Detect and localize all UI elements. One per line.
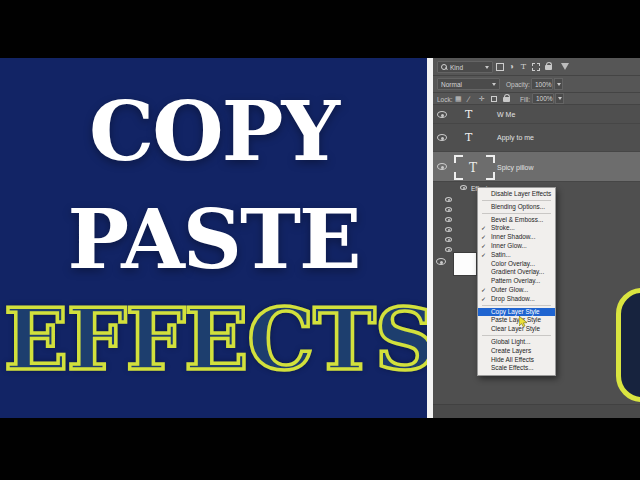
menu-item-inner-glow[interactable]: ✓Inner Glow... [478, 242, 555, 251]
title-card: COPY PASTE EFFECTS [0, 58, 427, 418]
lock-pixels-icon[interactable]: ∕ [468, 95, 469, 104]
effect-eye-icon[interactable] [445, 237, 452, 242]
check-icon: ✓ [481, 295, 486, 304]
layer-row-spicy-pillow-selected[interactable]: T Spicy pillow [433, 152, 640, 182]
white-layer-thumbnail[interactable] [453, 252, 477, 276]
effect-eye-icon[interactable] [445, 217, 452, 222]
pixel-filter-icon[interactable] [496, 63, 504, 71]
menu-item-color-overlay[interactable]: Color Overlay... [478, 260, 555, 269]
menu-item-paste-layer-style[interactable]: Paste Layer Style [478, 316, 555, 325]
menu-item-scale-effects[interactable]: Scale Effects... [478, 364, 555, 373]
bracket-corner-icon [454, 155, 463, 163]
chevron-down-icon [492, 83, 496, 86]
visibility-eye-icon[interactable] [437, 134, 447, 141]
layer-row-w-me[interactable]: T W Me [433, 105, 640, 124]
lock-fill-row: Lock: ▦ ∕ ✛ Fill: 100% [433, 93, 640, 105]
menu-separator [482, 200, 551, 201]
visibility-eye-icon[interactable] [436, 258, 446, 265]
lock-all-icon[interactable] [503, 97, 510, 102]
menu-item-bevel-emboss[interactable]: Bevel & Emboss... [478, 216, 555, 225]
lock-transparency-icon[interactable]: ▦ [455, 95, 462, 103]
shape-filter-icon[interactable] [532, 63, 540, 71]
blend-opacity-row: Normal Opacity: 100% [433, 76, 640, 93]
menu-item-disable-layer-effects[interactable]: Disable Layer Effects [478, 190, 555, 199]
layer-name[interactable]: Apply to me [497, 134, 534, 141]
menu-item-inner-shadow[interactable]: ✓Inner Shadow... [478, 233, 555, 242]
menu-item-gradient-overlay[interactable]: Gradient Overlay... [478, 268, 555, 277]
menu-item-create-layers[interactable]: Create Layers [478, 347, 555, 356]
chevron-down-icon [485, 66, 489, 69]
kind-filter-label: Kind [450, 64, 463, 71]
letterbox-bottom [0, 418, 640, 480]
kind-filter-dropdown[interactable]: Kind [437, 61, 493, 73]
mouse-cursor-icon [519, 313, 528, 324]
layer-name[interactable]: W Me [497, 111, 515, 118]
type-layer-thumbnail[interactable]: T [465, 108, 472, 121]
type-layer-thumbnail[interactable]: T [465, 131, 472, 144]
menu-item-pattern-overlay[interactable]: Pattern Overlay... [478, 277, 555, 286]
fill-label: Fill: [520, 96, 530, 103]
chevron-down-icon [558, 97, 562, 100]
menu-item-stroke[interactable]: ✓Stroke... [478, 224, 555, 233]
layer-name[interactable]: Spicy pillow [497, 164, 534, 171]
menu-item-outer-glow[interactable]: ✓Outer Glow... [478, 286, 555, 295]
panel-bottom-bar [433, 404, 640, 418]
bracket-corner-icon [486, 155, 495, 163]
visibility-eye-icon[interactable] [437, 163, 447, 170]
type-layer-thumbnail[interactable]: T [469, 161, 477, 175]
check-icon: ✓ [481, 224, 486, 233]
effect-eye-icon[interactable] [445, 207, 452, 212]
visibility-eye-icon[interactable] [460, 185, 467, 190]
opacity-dropdown-button[interactable] [554, 78, 563, 90]
menu-item-drop-shadow[interactable]: ✓Drop Shadow... [478, 295, 555, 304]
video-frame: COPY PASTE EFFECTS Kind ◑ T [0, 0, 640, 480]
title-line-copy: COPY [0, 90, 427, 172]
menu-item-copy-layer-style[interactable]: Copy Layer Style [478, 308, 555, 317]
title-line-effects: EFFECTS [4, 298, 423, 382]
effect-eye-icon[interactable] [445, 247, 452, 252]
check-icon: ✓ [481, 233, 486, 242]
opacity-label: Opacity: [506, 81, 530, 88]
bracket-corner-icon [454, 172, 463, 180]
effect-eye-icon[interactable] [445, 197, 452, 202]
lock-artboard-icon[interactable] [491, 96, 497, 102]
search-icon [441, 64, 447, 70]
blend-mode-dropdown[interactable]: Normal [437, 78, 500, 90]
check-icon: ✓ [481, 242, 486, 251]
adjustment-filter-icon[interactable]: ◑ [506, 62, 517, 72]
filter-toggle-icon[interactable] [561, 63, 569, 70]
menu-item-satin[interactable]: ✓Satin... [478, 251, 555, 260]
menu-separator [482, 305, 551, 306]
menu-item-clear-layer-style[interactable]: Clear Layer Style [478, 325, 555, 334]
fill-dropdown-button[interactable] [555, 93, 564, 104]
opacity-value-field[interactable]: 100% [531, 78, 553, 90]
fill-value-field[interactable]: 100% [532, 93, 554, 104]
menu-separator [482, 213, 551, 214]
rounded-badge [616, 288, 640, 402]
check-icon: ✓ [481, 251, 486, 260]
type-filter-icon[interactable]: T [518, 62, 529, 72]
letterbox-top [0, 0, 640, 58]
layer-style-context-menu: Disable Layer Effects Blending Options..… [477, 187, 556, 376]
title-line-paste: PASTE [0, 198, 427, 280]
lock-label: Lock: [437, 96, 453, 103]
layer-row-apply-to-me[interactable]: T Apply to me [433, 124, 640, 152]
menu-item-hide-all-effects[interactable]: Hide All Effects [478, 356, 555, 365]
blend-mode-value: Normal [441, 81, 462, 88]
effect-eye-icon[interactable] [445, 227, 452, 232]
menu-item-global-light[interactable]: Global Light... [478, 338, 555, 347]
bracket-corner-icon [486, 172, 495, 180]
lock-position-icon[interactable]: ✛ [479, 95, 485, 103]
smart-object-filter-icon[interactable] [545, 65, 552, 70]
frame-content: COPY PASTE EFFECTS Kind ◑ T [0, 58, 640, 418]
chevron-down-icon [557, 83, 561, 86]
visibility-eye-icon[interactable] [437, 111, 447, 118]
menu-separator [482, 335, 551, 336]
layer-filter-bar: Kind ◑ T [433, 58, 640, 76]
menu-item-blending-options[interactable]: Blending Options... [478, 203, 555, 212]
check-icon: ✓ [481, 286, 486, 295]
opacity-value: 100% [535, 81, 552, 88]
fill-value: 100% [536, 95, 553, 102]
